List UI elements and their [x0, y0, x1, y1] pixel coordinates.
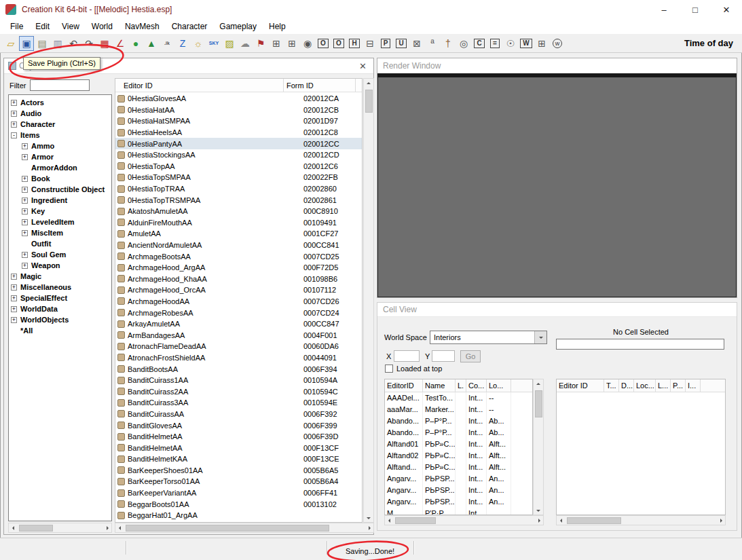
cell-name-input[interactable]: [556, 339, 724, 350]
tree-item[interactable]: + Miscellaneous: [9, 282, 111, 293]
object-list-row[interactable]: BanditCuirass2AA 0010594C: [115, 386, 362, 397]
box-p-icon[interactable]: P: [378, 36, 393, 51]
object-list-row[interactable]: ArchmageHood_KhaAA 001098B6: [115, 274, 362, 285]
tree-item[interactable]: + Actors: [9, 97, 111, 108]
tree-expander-icon[interactable]: +: [22, 154, 28, 160]
object-list-row[interactable]: BeggarBoots01AA 00013102: [115, 498, 362, 510]
object-list-row[interactable]: ArkayAmuletAA 000CC847: [115, 318, 362, 330]
box-o2-icon[interactable]: O: [331, 36, 346, 51]
tree-expander-icon[interactable]: +: [22, 176, 28, 182]
object-list-row[interactable]: BanditCuirass3AA 0010594E: [115, 397, 362, 409]
chevron-down-icon[interactable]: [534, 331, 546, 343]
box-c-icon[interactable]: C: [472, 36, 487, 51]
sword-icon[interactable]: †: [441, 36, 456, 51]
box-o-icon[interactable]: O: [316, 36, 331, 51]
object-list-row[interactable]: AncientNordAmuletAA 000CC841: [115, 240, 362, 251]
list-vertical-scrollbar[interactable]: [363, 78, 374, 523]
menu-item[interactable]: Gameplay: [213, 20, 263, 33]
tree-item[interactable]: + Armor: [9, 151, 111, 162]
scroll-thumb[interactable]: [567, 517, 621, 524]
Р–Р°Р...[interactable]: Abando... Р–Р°Р... Int... Ab...: [385, 415, 532, 427]
y-input[interactable]: [432, 350, 455, 362]
redo-icon[interactable]: ↷: [81, 36, 96, 51]
menu-item[interactable]: NavMesh: [119, 20, 166, 33]
menu-item[interactable]: Edit: [29, 20, 56, 33]
scroll-right-icon[interactable]: [365, 523, 373, 532]
object-list-row[interactable]: 0HestiaTopSMPAA 020022FB: [115, 172, 362, 183]
tree-item[interactable]: + Ingredient: [9, 195, 111, 206]
lights-icon[interactable]: ☼: [191, 36, 206, 51]
tree-horizontal-scrollbar[interactable]: [8, 523, 112, 533]
РЬР»С...[interactable]: Alftand02 РЬР»С... Int... Alft...: [385, 450, 532, 462]
tree-item[interactable]: + Book: [9, 173, 111, 184]
tree-item[interactable]: + MiscItem: [9, 227, 111, 238]
snap-angle-icon[interactable]: ∠: [113, 36, 128, 51]
undo-icon[interactable]: ↶: [66, 36, 81, 51]
tree-expander-icon[interactable]: +: [22, 187, 28, 193]
scroll-left-icon[interactable]: [385, 516, 394, 525]
refs-column-header[interactable]: Editor ID: [557, 379, 604, 392]
dialogue-icon[interactable]: ☁: [238, 36, 253, 51]
cells-column-header[interactable]: EditorID: [385, 379, 423, 392]
scroll-right-icon[interactable]: [716, 516, 725, 525]
object-list-row[interactable]: BanditGlovesAA 0006F399: [115, 419, 362, 431]
object-list-row[interactable]: AlduinFireMouthAA 00109491: [115, 217, 362, 229]
object-list-row[interactable]: 0HestiaTopTRSMPAA 02002861: [115, 194, 362, 206]
tree-item[interactable]: Outfit: [9, 238, 111, 249]
window-icon[interactable]: ⊟: [363, 36, 377, 51]
cells-column-header[interactable]: Co...: [466, 379, 487, 392]
menu-item[interactable]: File: [4, 20, 29, 33]
cells-column-header[interactable]: L.: [456, 379, 466, 392]
object-list-row[interactable]: ArchmageHood_ArgAA 000F72D5: [115, 262, 362, 274]
tree-expander-icon[interactable]: +: [11, 284, 17, 291]
object-list-row[interactable]: AtronachFlameDeadAA 00060DA6: [115, 341, 362, 352]
render-viewport[interactable]: [377, 73, 737, 297]
tree-item[interactable]: + Audio: [9, 108, 111, 119]
ik-icon[interactable]: .ik: [160, 36, 174, 51]
РЬР»С...[interactable]: Alftand... РЬР»С... Int... Alft...: [385, 462, 532, 473]
tree-item[interactable]: + Weapon: [9, 260, 111, 271]
box-h-icon[interactable]: H: [347, 36, 362, 51]
object-list-row[interactable]: ArchmageHoodAA 0007CD26: [115, 296, 362, 307]
refs-column-header[interactable]: D...: [619, 379, 634, 392]
Р–Р°Р...[interactable]: Abando... Р–Р°Р... Int... Ab...: [385, 427, 532, 438]
object-list-row[interactable]: AkatoshAmuletAA 000C8910: [115, 206, 362, 217]
filter-input[interactable]: [30, 79, 90, 91]
x-input[interactable]: [394, 350, 420, 362]
object-list-row[interactable]: ArmBandagesAA 0004F001: [115, 329, 362, 341]
tree-expander-icon[interactable]: +: [11, 111, 17, 117]
save-icon[interactable]: ▣: [19, 36, 34, 51]
РЬРЅР...[interactable]: Angarv... РЬРЅР... Int... An...: [385, 485, 532, 496]
tree-expander-icon[interactable]: +: [22, 219, 28, 225]
РЬРЅР...[interactable]: Angarv... РЬРЅР... Int... An...: [385, 473, 532, 485]
object-list-row[interactable]: AtronachFrostShieldAA 00044091: [115, 352, 362, 364]
preferences-icon[interactable]: ▤: [35, 36, 50, 51]
tree-expander-icon[interactable]: +: [11, 306, 17, 312]
warning-flag-icon[interactable]: ⚑: [253, 36, 268, 51]
scroll-right-icon[interactable]: [534, 516, 543, 525]
window2-icon[interactable]: ⊞: [534, 36, 549, 51]
close-button[interactable]: ✕: [711, 0, 742, 19]
object-list-row[interactable]: BanditBootsAA 0006F394: [115, 363, 362, 375]
column-header-form-id[interactable]: Form ID: [284, 79, 356, 92]
camera-icon[interactable]: ◎: [456, 36, 471, 51]
circle-dot-icon[interactable]: ☉: [503, 36, 518, 51]
magnify-icon[interactable]: ◉: [300, 36, 315, 51]
object-list-row[interactable]: BanditHelmetKAA 000F13CE: [115, 453, 362, 465]
scroll-down-icon[interactable]: [534, 506, 543, 515]
world-icon[interactable]: ●: [128, 36, 143, 51]
tree-expander-icon[interactable]: +: [11, 274, 17, 280]
grass-icon[interactable]: ▨: [222, 36, 237, 51]
list-horizontal-scrollbar[interactable]: [115, 523, 374, 533]
tree-item[interactable]: + LeveledItem: [9, 217, 111, 227]
title-bar[interactable]: Creation Kit 64-bit - [[Melodic] Hestia.…: [0, 0, 742, 19]
Р'Р·Р...[interactable]: M.... Р'Р·Р... Int...: [385, 508, 532, 515]
refs-column-header[interactable]: T...: [604, 379, 619, 392]
tree-expander-icon[interactable]: +: [22, 230, 28, 236]
world-space-dropdown[interactable]: Interiors: [430, 331, 547, 344]
object-list-row[interactable]: AmuletAA 0001CF27: [115, 228, 362, 240]
minimize-button[interactable]: –: [648, 0, 680, 19]
tree-expander-icon[interactable]: +: [22, 208, 28, 214]
cells-column-header[interactable]: Lo...: [487, 379, 511, 392]
object-list-row[interactable]: BanditHelmetAA 0006F39D: [115, 431, 362, 443]
